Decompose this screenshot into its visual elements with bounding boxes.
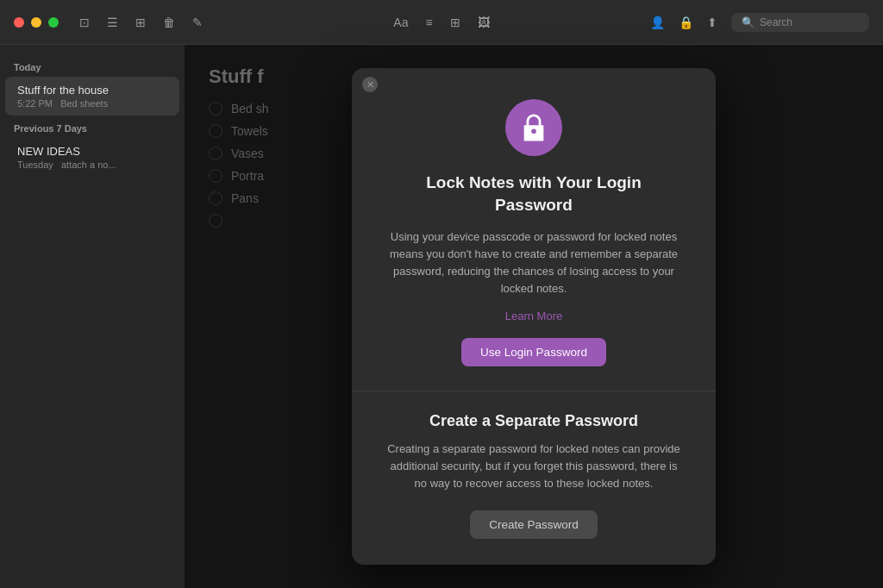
table-icon[interactable]: ⊞	[450, 16, 460, 29]
modal-top-section: Lock Notes with Your Login Password Usin…	[352, 68, 716, 391]
sidebar-section-previous: Previous 7 Days	[0, 116, 185, 137]
maximize-button[interactable]	[48, 17, 59, 28]
sidebar-item-ideas[interactable]: NEW IDEAS Tuesday attach a no...	[5, 138, 179, 177]
modal-heading: Lock Notes with Your Login Password	[386, 172, 681, 216]
search-icon: 🔍	[742, 16, 755, 28]
note-area: Stuff f Bed sh Towels Vases Portra Pans	[185, 45, 883, 588]
media-icon[interactable]: 🖼	[478, 16, 490, 29]
sidebar: Today Stuff for the house 5:22 PM Bed sh…	[0, 45, 185, 588]
lock-note-icon[interactable]: 🔒	[679, 16, 693, 29]
sidebar-item-house[interactable]: Stuff for the house 5:22 PM Bed sheets	[5, 77, 179, 116]
new-note-icon[interactable]: ✎	[192, 16, 203, 29]
share-icon[interactable]: ⬆	[707, 16, 717, 29]
modal-bottom-section: Create a Separate Password Creating a se…	[352, 391, 716, 564]
format-icon[interactable]: Aa	[393, 16, 408, 29]
close-icon: ✕	[366, 79, 374, 91]
main-content: Today Stuff for the house 5:22 PM Bed sh…	[0, 45, 883, 588]
lock-icon-wrapper	[505, 99, 562, 156]
titlebar-center-icons: Aa ≡ ⊞ 🖼	[393, 16, 489, 29]
titlebar-right: 👤 🔒 ⬆ 🔍 Search	[650, 13, 869, 32]
delete-icon[interactable]: 🗑	[163, 16, 175, 29]
create-password-button[interactable]: Create Password	[470, 510, 598, 539]
separate-password-description: Creating a separate password for locked …	[386, 441, 681, 492]
learn-more-link[interactable]: Learn More	[386, 310, 681, 322]
close-button[interactable]	[14, 17, 24, 28]
minimize-button[interactable]	[31, 17, 41, 28]
search-bar[interactable]: 🔍 Search	[731, 13, 869, 32]
search-label: Search	[760, 16, 792, 28]
sidebar-item-house-subtitle: 5:22 PM Bed sheets	[17, 98, 167, 109]
checklist-icon[interactable]: ≡	[425, 16, 432, 29]
sidebar-section-today: Today	[0, 55, 185, 76]
titlebar: ⊡ ☰ ⊞ 🗑 ✎ Aa ≡ ⊞ 🖼 👤 🔒 ⬆ 🔍 Search	[0, 0, 883, 45]
separate-password-heading: Create a Separate Password	[386, 412, 681, 430]
modal-description: Using your device passcode or password f…	[386, 228, 681, 298]
sidebar-item-ideas-subtitle: Tuesday attach a no...	[17, 160, 167, 170]
collaborate-icon[interactable]: 👤	[650, 16, 665, 29]
sidebar-item-house-preview: Bed sheets	[60, 98, 108, 109]
modal-overlay: ✕ Lock Notes with Your Login Password Us…	[185, 45, 883, 588]
sidebar-toggle-icon[interactable]: ⊡	[79, 16, 90, 29]
titlebar-icons: ⊡ ☰ ⊞ 🗑 ✎	[79, 16, 203, 29]
sidebar-item-ideas-time: Tuesday	[17, 160, 53, 170]
grid-view-icon[interactable]: ⊞	[135, 16, 146, 29]
list-view-icon[interactable]: ☰	[107, 16, 118, 29]
traffic-lights	[14, 17, 59, 28]
lock-icon	[519, 113, 548, 142]
sidebar-item-ideas-title: NEW IDEAS	[17, 145, 167, 158]
sidebar-item-house-time: 5:22 PM	[17, 98, 53, 109]
use-login-password-button[interactable]: Use Login Password	[461, 338, 606, 366]
lock-notes-modal: ✕ Lock Notes with Your Login Password Us…	[352, 68, 716, 564]
sidebar-item-house-title: Stuff for the house	[17, 84, 167, 97]
sidebar-item-ideas-preview: attach a no...	[61, 160, 116, 170]
